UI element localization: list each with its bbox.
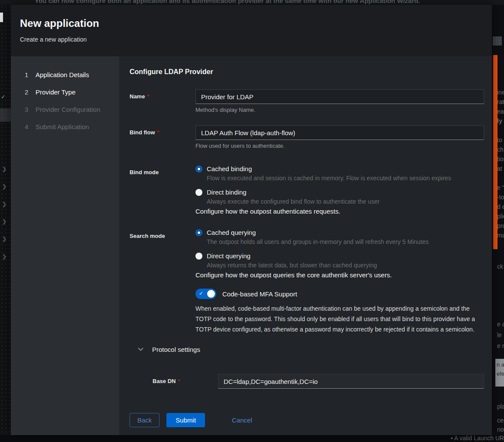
background-text-fragment: ck	[497, 263, 503, 270]
radio-selected-icon[interactable]	[195, 166, 202, 172]
background-text-fragment: ly a	[497, 117, 504, 124]
radio-unselected-icon[interactable]	[195, 189, 202, 196]
form-row-base-dn: Base DN*	[153, 374, 492, 389]
bind-flow-label: Bind flow*	[130, 125, 195, 149]
step-application-details[interactable]: 1 Application Details	[11, 66, 119, 83]
step-label: Submit Application	[36, 123, 89, 130]
wizard-steps-nav: 1 Application Details 2 Provider Type 3 …	[11, 56, 119, 435]
step-label: Provider Configuration	[36, 106, 100, 113]
radio-description: Always returns the latest data, but slow…	[207, 262, 484, 269]
background-text-fragment: to	[497, 136, 502, 143]
background-text-fragment: e a	[497, 321, 504, 328]
chevron-right-icon: ❯	[2, 236, 7, 242]
step-provider-configuration: 3 Provider Configuration	[11, 101, 119, 118]
required-asterisk: *	[178, 378, 180, 384]
mfa-toggle-row[interactable]: ✓ Code-based MFA Support	[195, 289, 484, 299]
chevron-right-icon: ❯	[2, 218, 7, 224]
background-text-fragment: e n	[497, 342, 504, 349]
background-highlight-box	[0, 108, 11, 122]
search-mode-label: Search mode	[130, 229, 195, 279]
chevron-down-icon[interactable]	[138, 348, 143, 351]
step-number: 4	[25, 123, 36, 130]
modal-subtitle: Create a new application	[20, 36, 492, 43]
chevron-right-icon: ❯	[2, 254, 7, 260]
protocol-settings-title: Protocol settings	[152, 346, 200, 353]
form-row-bind-mode: Bind mode Cached binding Flow is execute…	[130, 165, 492, 215]
name-input[interactable]	[195, 89, 484, 104]
radio-label: Cached querying	[207, 229, 256, 236]
required-asterisk: *	[147, 94, 149, 100]
radio-option-direct-binding[interactable]: Direct binding Always execute the config…	[195, 188, 484, 205]
name-label: Name*	[130, 89, 195, 113]
radio-label: Direct binding	[207, 188, 247, 196]
toggle-check-icon: ✓	[199, 290, 203, 296]
orange-scroll-indicator	[493, 55, 497, 249]
cancel-button[interactable]: Cancel	[232, 416, 252, 424]
chevron-right-icon: ❯	[2, 166, 7, 172]
toggle-knob	[207, 290, 215, 298]
step-label: Provider Type	[36, 88, 75, 96]
radio-selected-icon[interactable]	[195, 229, 202, 236]
step-number: 1	[25, 71, 36, 78]
background-text-fragment: pro	[497, 222, 504, 229]
background-text-fragment: tion	[497, 156, 504, 162]
search-mode-footnote: Configure how the outpost queries the co…	[195, 271, 484, 279]
step-submit-application: 4 Submit Application	[11, 118, 119, 135]
protocol-settings-group-header[interactable]: Protocol settings	[130, 346, 492, 353]
step-number: 2	[25, 88, 36, 96]
bind-mode-footnote: Configure how the outpost authenticates …	[195, 208, 484, 215]
form-row-mfa: ✓ Code-based MFA Support When enabled, c…	[130, 289, 492, 335]
submit-button[interactable]: Submit	[166, 413, 205, 427]
background-text-fragment: ces	[497, 417, 504, 424]
bind-flow-select[interactable]	[195, 125, 484, 140]
chevron-right-icon: ❯	[2, 183, 7, 189]
radio-option-cached-binding[interactable]: Cached binding Flow is executed and sess…	[195, 165, 484, 182]
background-banner-text: You can now configure both an applicatio…	[35, 0, 420, 4]
background-text-fragment: no	[497, 426, 504, 433]
radio-option-direct-querying[interactable]: Direct querying Always returns the lates…	[195, 252, 484, 269]
modal-header: New application Create a new application	[11, 5, 492, 56]
base-dn-input[interactable]	[218, 374, 484, 389]
new-application-modal: New application Create a new application…	[11, 5, 492, 435]
background-top-right-chip	[493, 36, 502, 46]
background-text-fragment: ine	[497, 89, 504, 96]
required-asterisk: *	[157, 130, 159, 136]
back-button[interactable]: Back	[130, 413, 159, 427]
radio-label: Direct querying	[207, 252, 250, 260]
background-text-fragment: plic	[497, 213, 504, 220]
bind-mode-label: Bind mode	[130, 165, 195, 215]
background-text-fragment: rat	[497, 98, 504, 105]
radio-label: Cached binding	[207, 165, 252, 172]
background-text-fragment: ea	[497, 108, 504, 115]
toggle-on-icon[interactable]: ✓	[195, 289, 216, 299]
background-bottom-strip: • A valid Launch URI	[0, 435, 504, 442]
step-provider-type[interactable]: 2 Provider Type	[11, 83, 119, 101]
base-dn-label: Base DN*	[153, 374, 218, 389]
form-row-search-mode: Search mode Cached querying The outpost …	[130, 229, 492, 279]
radio-option-cached-querying[interactable]: Cached querying The outpost holds all us…	[195, 229, 484, 245]
step-label: Application Details	[36, 71, 89, 78]
chevron-right-icon: ❯	[2, 201, 7, 207]
background-top-strip: You can now configure both an applicatio…	[0, 0, 504, 5]
wizard-content: Configure LDAP Provider Name* Method's d…	[119, 56, 492, 435]
background-gray-box-line: efe	[497, 370, 504, 377]
background-gray-box-line: n a	[497, 361, 504, 368]
bind-flow-help-text: Flow used for users to authenticate.	[195, 143, 484, 149]
radio-description: Always execute the configured bind flow …	[207, 198, 484, 205]
background-white-chip	[0, 13, 3, 22]
check-icon: ✓	[1, 94, 6, 100]
background-text-fragment: at	[497, 165, 502, 172]
background-text-fragment: pla	[497, 403, 504, 410]
background-text-fragment: le	[497, 332, 502, 338]
radio-description: Flow is executed and session is cached i…	[207, 175, 484, 182]
background-text-fragment: ch	[497, 146, 504, 153]
radio-unselected-icon[interactable]	[195, 253, 202, 260]
modal-title: New application	[20, 17, 492, 30]
mfa-toggle-label: Code-based MFA Support	[222, 290, 297, 298]
page-title: Configure LDAP Provider	[130, 68, 492, 76]
background-text-fragment: d e	[497, 203, 504, 210]
background-launch-url-text: • A valid Launch URI	[451, 435, 504, 442]
mfa-help-text: When enabled, code-based multi-factor au…	[195, 303, 484, 335]
radio-description: The outpost holds all users and groups i…	[207, 238, 484, 245]
form-row-bind-flow: Bind flow* Flow used for users to authen…	[130, 125, 492, 149]
